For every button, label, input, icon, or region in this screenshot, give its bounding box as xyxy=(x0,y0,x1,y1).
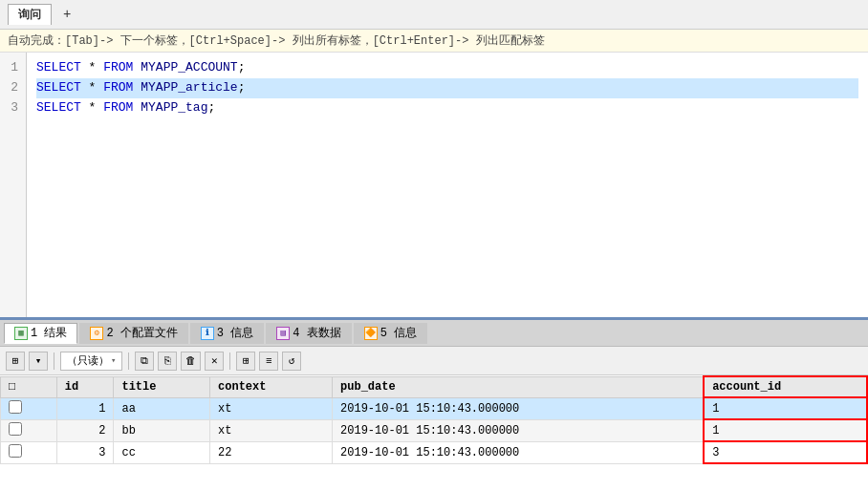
query-tab-label: 询问 xyxy=(18,7,41,23)
delete-btn[interactable]: 🗑 xyxy=(181,352,201,371)
tab-config[interactable]: ⚙ 2 个配置文件 xyxy=(79,323,187,344)
table-row[interactable]: 1 aa xt 2019-10-01 15:10:43.000000 1 xyxy=(1,397,868,419)
table-header-row: □ id title context pub_date account_id xyxy=(1,376,868,397)
config-icon: ⚙ xyxy=(90,327,103,340)
readonly-badge: （只读） ▾ xyxy=(60,352,122,371)
main-window: 询问 + 自动完成：[Tab]-> 下一个标签，[Ctrl+Space]-> 列… xyxy=(0,0,868,491)
autocomplete-hint: 自动完成：[Tab]-> 下一个标签，[Ctrl+Space]-> 列出所有标签… xyxy=(0,30,868,53)
top-tab-bar: 询问 + xyxy=(0,0,868,30)
sql-line-1: SELECT * FROM MYAPP_ACCOUNT; xyxy=(36,58,858,78)
sql-line-3: SELECT * FROM MYAPP_tag; xyxy=(36,98,858,118)
table-row[interactable]: 3 cc 22 2019-10-01 15:10:43.000000 3 xyxy=(1,441,868,463)
result-tabs-bar: ▦ 1 结果 ⚙ 2 个配置文件 ℹ 3 信息 ▤ 4 表数据 🔶 5 信息 xyxy=(0,320,868,347)
result-table: □ id title context pub_date account_id 1… xyxy=(0,375,868,464)
tab-info-label: 3 信息 xyxy=(217,325,253,341)
tab-tabledata[interactable]: ▤ 4 表数据 xyxy=(266,323,351,344)
sep1 xyxy=(54,352,54,370)
result-toolbar: ⊞ ▾ （只读） ▾ ⧉ ⎘ 🗑 ✕ ⊞ ≡ ↺ xyxy=(0,347,868,375)
menu-btn[interactable]: ▾ xyxy=(29,352,48,371)
col-header-checkbox: □ xyxy=(1,376,57,397)
collapse-btn[interactable]: ≡ xyxy=(259,352,278,371)
sql-editor[interactable]: 1 2 3 SELECT * FROM MYAPP_ACCOUNT; SELEC… xyxy=(0,53,868,320)
row1-id: 1 xyxy=(56,397,114,419)
row3-id: 3 xyxy=(56,441,114,463)
sql-line-2: SELECT * FROM MYAPP_article; xyxy=(36,78,858,98)
readonly-dropdown-arrow[interactable]: ▾ xyxy=(111,355,116,366)
row3-account-id: 3 xyxy=(704,441,867,463)
col-header-title[interactable]: title xyxy=(114,376,210,397)
row3-title: cc xyxy=(114,441,210,463)
row3-context: 22 xyxy=(210,441,333,463)
sep2 xyxy=(128,352,129,370)
tab-config-label: 2 个配置文件 xyxy=(106,325,177,341)
row2-checkbox[interactable] xyxy=(1,419,57,441)
col-header-account-id[interactable]: account_id xyxy=(704,376,867,397)
paste-btn[interactable]: ⎘ xyxy=(158,352,177,371)
refresh-btn[interactable]: ↺ xyxy=(282,352,301,371)
grid-toggle-btn[interactable]: ⊞ xyxy=(6,352,25,371)
row1-context: xt xyxy=(210,397,333,419)
tab-results[interactable]: ▦ 1 结果 xyxy=(4,323,77,344)
line-numbers: 1 2 3 xyxy=(0,53,27,317)
clear-btn[interactable]: ✕ xyxy=(205,352,224,371)
tab-info2[interactable]: 🔶 5 信息 xyxy=(354,323,427,344)
tab-info[interactable]: ℹ 3 信息 xyxy=(190,323,264,344)
col-header-id[interactable]: id xyxy=(56,376,114,397)
col-header-pub-date[interactable]: pub_date xyxy=(333,376,705,397)
table-icon: ▦ xyxy=(14,327,28,340)
sep3 xyxy=(229,352,230,370)
row1-title: aa xyxy=(114,397,210,419)
data-icon: ▤ xyxy=(276,327,290,340)
col-header-context[interactable]: context xyxy=(210,376,333,397)
row1-pub-date: 2019-10-01 15:10:43.000000 xyxy=(333,397,705,419)
row2-title: bb xyxy=(114,419,210,441)
info2-icon: 🔶 xyxy=(364,327,378,340)
new-tab-button[interactable]: + xyxy=(59,7,75,22)
row2-context: xt xyxy=(210,419,333,441)
row2-pub-date: 2019-10-01 15:10:43.000000 xyxy=(333,419,705,441)
row1-checkbox[interactable] xyxy=(1,397,57,419)
data-table-wrap[interactable]: □ id title context pub_date account_id 1… xyxy=(0,375,868,491)
tab-tabledata-label: 4 表数据 xyxy=(293,325,340,341)
row2-id: 2 xyxy=(56,419,114,441)
row2-account-id: 1 xyxy=(704,419,867,441)
table-row[interactable]: 2 bb xt 2019-10-01 15:10:43.000000 1 xyxy=(1,419,868,441)
expand-btn[interactable]: ⊞ xyxy=(236,352,255,371)
query-tab[interactable]: 询问 xyxy=(8,4,52,25)
sql-code-area[interactable]: SELECT * FROM MYAPP_ACCOUNT; SELECT * FR… xyxy=(27,53,868,317)
row1-account-id: 1 xyxy=(704,397,867,419)
row3-pub-date: 2019-10-01 15:10:43.000000 xyxy=(333,441,705,463)
tab-info2-label: 5 信息 xyxy=(380,325,417,341)
info-icon: ℹ xyxy=(201,327,214,340)
row3-checkbox[interactable] xyxy=(1,441,57,463)
copy-btn[interactable]: ⧉ xyxy=(135,352,154,371)
tab-results-label: 1 结果 xyxy=(31,325,67,341)
